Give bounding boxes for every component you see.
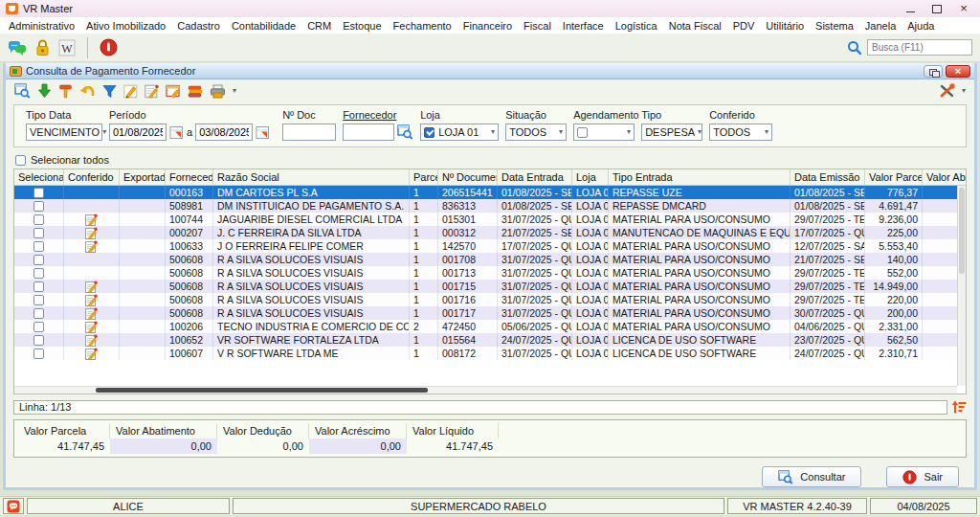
- chat-icon[interactable]: [8, 39, 27, 56]
- sort-asc-icon[interactable]: [951, 399, 967, 415]
- menu-item-cadastro[interactable]: Cadastro: [171, 19, 226, 33]
- table-row[interactable]: 100744JAGUARIBE DIESEL COMERCIAL LTDA101…: [14, 213, 967, 226]
- menu-item-pdv[interactable]: PDV: [727, 19, 761, 33]
- table-row[interactable]: 500608R A SILVA SOLUCOES VISUAIS10017163…: [14, 293, 967, 306]
- tipo-data-select[interactable]: VENCIMENTO▾: [26, 124, 102, 141]
- fornecedor-search-icon[interactable]: [397, 124, 413, 140]
- table-row[interactable]: 000163DM CARTOES PL S.A120651544101/08/2…: [14, 186, 967, 199]
- row-checkbox[interactable]: [33, 228, 44, 238]
- column-header-loja[interactable]: Loja: [572, 169, 609, 185]
- agendamento-checkbox[interactable]: [577, 127, 588, 138]
- table-row[interactable]: 508981DM INSTITUICAO DE PAGAMENTO S.A.18…: [14, 199, 967, 213]
- inner-close-button[interactable]: ×: [946, 65, 970, 78]
- column-header-fornecedor[interactable]: Fornecedor: [166, 169, 213, 185]
- menu-item-estoque[interactable]: Estoque: [337, 19, 387, 33]
- menu-item-fiscal[interactable]: Fiscal: [518, 19, 557, 33]
- menu-item-nota-fiscal[interactable]: Nota Fiscal: [663, 19, 727, 33]
- menu-item-administrativo[interactable]: Administrativo: [3, 19, 80, 33]
- tools-dropdown-caret[interactable]: ▾: [962, 87, 966, 95]
- inner-restore-button[interactable]: [924, 65, 943, 78]
- tipo-select[interactable]: DESPESA▾: [641, 124, 702, 141]
- tools-icon[interactable]: [939, 83, 955, 99]
- exit-power-icon[interactable]: [100, 38, 118, 56]
- column-header-valor_abatimento[interactable]: Valor Abatimento: [923, 169, 967, 185]
- export-printer-icon[interactable]: [210, 84, 226, 99]
- edit-pencil-icon[interactable]: [123, 84, 138, 99]
- menu-item-fechamento[interactable]: Fechamento: [388, 19, 457, 33]
- agendamento-select[interactable]: ▾: [573, 124, 635, 141]
- row-checkbox[interactable]: [33, 281, 44, 292]
- sair-button[interactable]: Sair: [886, 466, 959, 487]
- row-checkbox[interactable]: [33, 268, 44, 279]
- fornecedor-input[interactable]: [343, 124, 394, 141]
- table-row[interactable]: 100607V R SOFTWARE LTDA ME100817231/07/2…: [14, 347, 967, 360]
- ndoc-input[interactable]: [282, 124, 336, 141]
- table-row[interactable]: 100652VR SOFTWARE FORTALEZA LTDA10155642…: [14, 333, 967, 347]
- menu-item-logística[interactable]: Logística: [610, 19, 663, 33]
- table-row[interactable]: 500608R A SILVA SOLUCOES VISUAIS10017173…: [14, 306, 967, 320]
- column-header-tipo_entrada[interactable]: Tipo Entrada: [609, 169, 791, 185]
- column-header-valor_parcela[interactable]: Valor Parcela: [865, 169, 923, 185]
- column-header-selecionado[interactable]: Selecionado: [14, 169, 64, 185]
- menu-item-utilitário[interactable]: Utilitário: [760, 19, 810, 33]
- import-down-arrow-icon[interactable]: [37, 83, 52, 99]
- row-checkbox[interactable]: [33, 201, 44, 212]
- minimize-button[interactable]: [903, 3, 917, 14]
- consult-search-icon[interactable]: [14, 83, 31, 99]
- conferido-select[interactable]: TODOS▾: [709, 124, 772, 141]
- filter-icon[interactable]: [102, 84, 117, 99]
- menu-item-contabilidade[interactable]: Contabilidade: [226, 19, 301, 33]
- lock-icon[interactable]: [34, 39, 51, 56]
- periodo-from-input[interactable]: [109, 124, 167, 141]
- column-header-data_emissao[interactable]: Data Emissão: [791, 169, 865, 185]
- row-checkbox[interactable]: [33, 241, 44, 252]
- status-chat-icon[interactable]: [3, 498, 24, 514]
- table-row[interactable]: 500608R A SILVA SOLUCOES VISUAIS10017153…: [14, 280, 967, 293]
- column-header-exportado[interactable]: Exportado: [120, 169, 166, 185]
- row-checkbox[interactable]: [33, 308, 44, 319]
- column-header-conferido[interactable]: Conferido: [64, 169, 120, 185]
- undo-arrow-icon[interactable]: [79, 84, 96, 99]
- table-row[interactable]: 100206TECNO INDUSTRIA E COMERCIO DE COMP…: [14, 320, 967, 333]
- menu-item-financeiro[interactable]: Financeiro: [457, 19, 518, 33]
- edit-checklist-icon[interactable]: [145, 84, 159, 99]
- vertical-scrollbar[interactable]: [957, 186, 966, 386]
- select-all-checkbox[interactable]: [15, 155, 26, 166]
- horizontal-scrollbar[interactable]: [14, 386, 957, 393]
- maximize-button[interactable]: [930, 3, 944, 14]
- situacao-select[interactable]: TODOS▾: [505, 124, 567, 141]
- table-row[interactable]: 500608R A SILVA SOLUCOES VISUAIS10017133…: [14, 266, 967, 280]
- hammer-icon[interactable]: [58, 83, 73, 99]
- menu-item-ativo-imobilizado[interactable]: Ativo Imobilizado: [80, 19, 171, 33]
- periodo-to-input[interactable]: [195, 124, 253, 141]
- edit-window-icon[interactable]: [166, 84, 181, 99]
- table-row[interactable]: 000207J. C FERREIRA DA SILVA LTDA1000312…: [14, 226, 967, 239]
- loja-select[interactable]: LOJA 01 ▾: [420, 124, 499, 141]
- row-checkbox[interactable]: [33, 322, 44, 332]
- menu-item-interface[interactable]: Interface: [557, 19, 610, 33]
- table-row[interactable]: 100633J O FERREIRA FELIPE COMER114257017…: [14, 239, 967, 253]
- stack-books-icon[interactable]: [188, 84, 203, 99]
- table-row[interactable]: 500608R A SILVA SOLUCOES VISUAIS10017083…: [14, 253, 967, 266]
- word-icon[interactable]: W: [58, 39, 76, 56]
- printer-dropdown-caret[interactable]: ▾: [233, 87, 236, 95]
- menu-item-ajuda[interactable]: Ajuda: [902, 19, 940, 33]
- inner-window-titlebar[interactable]: Consulta de Pagamento Fornecedor ×: [6, 63, 974, 79]
- column-header-n_documento[interactable]: Nº Documento: [438, 169, 498, 185]
- column-header-data_entrada[interactable]: Data Entrada: [498, 169, 572, 185]
- column-header-razao_social[interactable]: Razão Social: [213, 169, 410, 185]
- loja-checkbox[interactable]: [424, 127, 434, 138]
- global-search-input[interactable]: [867, 39, 972, 56]
- row-checkbox[interactable]: [33, 335, 44, 346]
- column-header-parcela[interactable]: Parcela: [410, 169, 438, 185]
- consultar-button[interactable]: Consultar: [762, 466, 861, 487]
- calendar-icon[interactable]: [256, 125, 270, 140]
- menu-item-janela[interactable]: Janela: [859, 19, 902, 33]
- row-checkbox[interactable]: [33, 214, 44, 225]
- row-checkbox[interactable]: [33, 255, 44, 265]
- menu-item-crm[interactable]: CRM: [301, 19, 337, 33]
- close-button[interactable]: ×: [957, 3, 970, 14]
- menu-item-sistema[interactable]: Sistema: [810, 19, 859, 33]
- row-checkbox[interactable]: [33, 295, 44, 305]
- fornecedor-label[interactable]: Fornecedor: [343, 109, 413, 121]
